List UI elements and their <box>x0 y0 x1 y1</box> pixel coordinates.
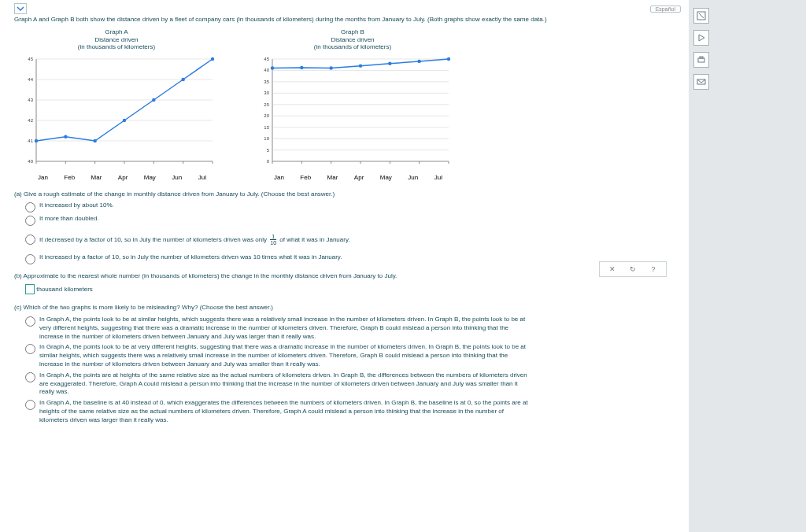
svg-text:40: 40 <box>28 159 33 164</box>
clear-icon[interactable]: ✕ <box>608 264 617 274</box>
qc-radio-4[interactable] <box>25 400 35 410</box>
month-label: Jun <box>408 174 418 181</box>
svg-point-21 <box>35 139 38 142</box>
qa-option-1[interactable]: It increased by about 10%. <box>25 201 681 212</box>
svg-point-24 <box>123 118 126 121</box>
help-icon[interactable]: ? <box>649 264 658 274</box>
qc-option-2-text: In Graph A, the points look to be at ver… <box>39 343 529 368</box>
month-label: Jan <box>38 174 48 181</box>
graph-b-sub1: Distance driven <box>331 36 374 43</box>
qa-radio-2[interactable] <box>25 216 35 226</box>
month-label: Apr <box>118 174 128 181</box>
graph-b-svg: 051015202530354045 <box>250 54 455 172</box>
month-label: May <box>380 174 392 181</box>
graph-a-sub1: Distance driven <box>94 36 138 43</box>
month-label: Jul <box>434 174 442 181</box>
calculator-icon[interactable] <box>693 8 709 24</box>
qc-option-4[interactable]: In Graph A, the baseline is at 40 instea… <box>25 399 529 424</box>
svg-text:45: 45 <box>264 57 269 61</box>
svg-point-59 <box>329 66 332 69</box>
language-toggle[interactable]: Español <box>650 6 681 13</box>
play-icon[interactable] <box>693 30 709 46</box>
svg-point-26 <box>181 77 184 80</box>
qc-option-3[interactable]: In Graph A, the points are at heights of… <box>25 371 529 397</box>
svg-line-65 <box>699 13 704 18</box>
month-label: Jun <box>172 174 182 181</box>
qa-option-3-text: It decreased by a factor of 10, so in Ju… <box>39 234 350 246</box>
svg-point-23 <box>93 139 96 142</box>
qa-radio-4[interactable] <box>25 254 35 264</box>
svg-rect-66 <box>698 58 704 62</box>
qa-option-4[interactable]: It increased by a factor of 10, so in Ju… <box>25 253 681 264</box>
svg-point-63 <box>447 57 450 60</box>
qc-option-2[interactable]: In Graph A, the points look to be at ver… <box>25 343 529 368</box>
svg-point-60 <box>359 64 362 67</box>
reset-icon[interactable]: ↻ <box>628 264 638 274</box>
qb-unit: thousand kilometers <box>36 286 93 293</box>
qa-option-3[interactable]: It decreased by a factor of 10, so in Ju… <box>25 234 681 246</box>
side-panel <box>689 0 806 532</box>
qa-option-2[interactable]: It more than doubled. <box>25 215 681 226</box>
qa-radio-3[interactable] <box>25 235 35 245</box>
qa-option-1-text: It increased by about 10%. <box>39 201 114 210</box>
graph-a-title: Graph A <box>14 28 219 35</box>
svg-text:41: 41 <box>28 139 33 143</box>
qc-radio-2[interactable] <box>25 344 35 354</box>
svg-text:30: 30 <box>264 91 269 95</box>
svg-point-58 <box>300 65 303 68</box>
svg-text:20: 20 <box>264 113 269 118</box>
graph-b-plot: 051015202530354045 <box>250 54 455 172</box>
answer-toolbar: ✕ ↻ ? <box>599 261 667 277</box>
svg-point-27 <box>211 57 214 60</box>
fraction-icon: 110 <box>270 234 276 246</box>
month-label: May <box>144 174 156 181</box>
graph-b-sub: Distance driven (in thousands of kilomet… <box>250 37 455 51</box>
svg-text:45: 45 <box>28 57 33 61</box>
collapse-chevron[interactable] <box>14 3 27 14</box>
graph-a-svg: 404142434445 <box>14 54 219 172</box>
frac-den: 10 <box>270 239 276 246</box>
graph-b: Graph B Distance driven (in thousands of… <box>250 28 455 181</box>
svg-text:25: 25 <box>264 102 269 106</box>
svg-text:35: 35 <box>264 79 269 83</box>
question-a: (a) Give a rough estimate of the change … <box>14 190 681 199</box>
month-label: Feb <box>300 174 311 181</box>
svg-point-25 <box>152 98 155 101</box>
month-label: Feb <box>64 174 75 181</box>
graph-a: Graph A Distance driven (in thousands of… <box>14 28 219 181</box>
qa-o3b: of what it was in January. <box>279 236 349 243</box>
qa-radio-1[interactable] <box>25 202 35 212</box>
svg-text:0: 0 <box>267 159 270 164</box>
svg-text:42: 42 <box>28 118 33 123</box>
graph-a-sub2: (in thousands of kilometers) <box>78 43 155 50</box>
qc-option-1-text: In Graph A, the points look to be at sim… <box>39 316 529 341</box>
graph-a-sub: Distance driven (in thousands of kilomet… <box>14 37 219 51</box>
mail-icon[interactable] <box>693 74 709 90</box>
qa-option-4-text: It increased by a factor of 10, so in Ju… <box>39 253 342 262</box>
qc-radio-1[interactable] <box>25 316 35 327</box>
print-icon[interactable] <box>693 52 709 68</box>
month-label: Mar <box>327 174 338 181</box>
qc-option-1[interactable]: In Graph A, the points look to be at sim… <box>25 316 529 341</box>
svg-point-62 <box>417 59 420 62</box>
graph-b-title: Graph B <box>250 28 455 35</box>
frac-num: 1 <box>272 234 275 239</box>
svg-text:40: 40 <box>264 68 269 72</box>
qb-input[interactable] <box>25 284 35 294</box>
month-label: Jul <box>198 174 206 181</box>
graph-a-plot: 404142434445 <box>14 54 219 172</box>
graph-b-sub2: (in thousands of kilometers) <box>314 43 391 50</box>
qc-radio-3[interactable] <box>25 372 35 382</box>
qc-option-3-text: In Graph A, the points are at heights of… <box>39 371 529 397</box>
qa-o3a: It decreased by a factor of 10, so in Ju… <box>39 236 267 243</box>
graph-a-xlabels: JanFebMarAprMayJunJul <box>14 174 219 181</box>
svg-text:43: 43 <box>28 98 33 102</box>
month-label: Jan <box>274 174 284 181</box>
question-b: (b) Approximate to the nearest whole num… <box>14 272 502 281</box>
svg-text:5: 5 <box>267 147 270 152</box>
svg-text:44: 44 <box>28 77 33 82</box>
svg-point-61 <box>388 61 391 65</box>
svg-point-57 <box>271 66 274 69</box>
question-c: (c) Which of the two graphs is more like… <box>14 304 681 312</box>
month-label: Apr <box>354 174 364 181</box>
